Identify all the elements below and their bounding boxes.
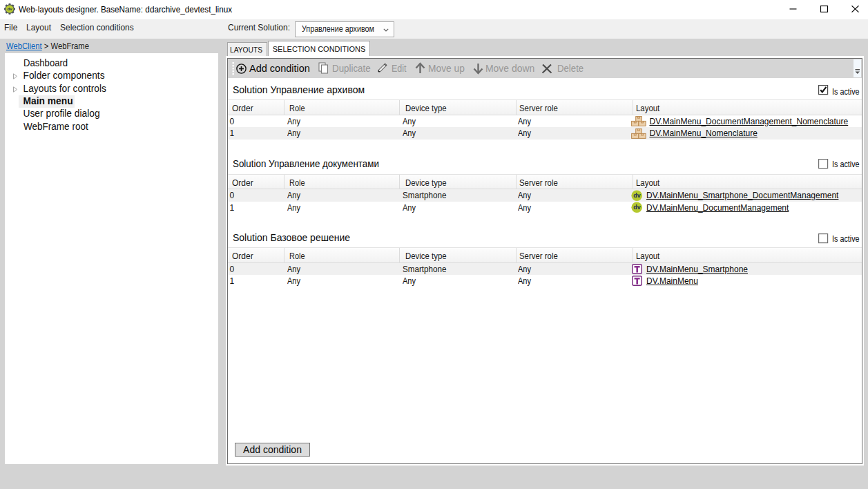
svg-text:dv: dv [633,192,641,199]
svg-text:dv: dv [7,7,12,11]
svg-text:dv: dv [633,204,641,211]
